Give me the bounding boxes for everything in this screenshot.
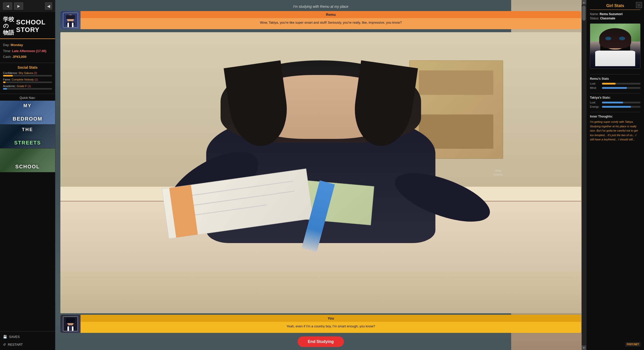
- remu-lust-bar: [602, 83, 616, 85]
- name-label: Name:: [590, 12, 599, 16]
- takiya-energy-row: Energy:: [590, 105, 640, 108]
- fame-num: (1): [34, 78, 38, 81]
- time-label: Time:: [3, 49, 11, 53]
- academic-label: Academic:: [3, 85, 16, 88]
- confidence-value: Shy Sakura: [19, 71, 33, 74]
- remu-mind-label: Mind:: [590, 86, 600, 89]
- you-dialog-box: You Yeah, even if I'm a country boy, I'm…: [60, 315, 581, 333]
- study-scene: IPPA 020001: [60, 32, 581, 313]
- fame-value: Complete Nobody: [12, 78, 34, 81]
- fame-stat: Fame: Complete Nobody (1): [3, 78, 52, 83]
- bedroom-nav-line1: MY: [0, 103, 55, 108]
- day-value: Monday: [11, 43, 23, 47]
- divider-2: [590, 93, 640, 93]
- bedroom-nav-line2: BEDROOM: [0, 116, 55, 122]
- time-value: Late Afternoon (17.00): [12, 49, 47, 53]
- nav-arrows-bar: ◀ ▶ ◀: [0, 0, 55, 12]
- center-study-image: IPPA 020001: [60, 32, 581, 313]
- end-studying-button[interactable]: End Studying: [298, 336, 344, 347]
- inner-thoughts-text: I'm getting super comfy with Takiya. Stu…: [590, 120, 640, 142]
- cash-value: JP¥3,000: [13, 55, 27, 59]
- scroll-down-button[interactable]: ▼: [582, 345, 586, 350]
- academic-num: (1): [28, 85, 31, 88]
- inner-thoughts-title: Inner Thoughts:: [590, 115, 640, 118]
- girl-stats-title: Girl Stats: [590, 4, 640, 10]
- takiya-lust-bar: [602, 102, 623, 103]
- restart-button[interactable]: ↺ RESTART: [3, 342, 52, 347]
- status-label: Status:: [590, 17, 599, 20]
- girl-name-row: Name: Remu Suzumori: [590, 12, 640, 16]
- remu-mind-bar-bg: [602, 87, 640, 89]
- scene-header: I'm studying with Remu at my place: [60, 0, 581, 11]
- confidence-stat: Confidence: Shy Sakura (2): [3, 71, 52, 76]
- window-control-button[interactable]: □: [636, 2, 642, 8]
- remu-avatar-img: [63, 13, 78, 28]
- quick-nav-title: Quick Nav:: [0, 94, 55, 101]
- floor: [60, 271, 581, 313]
- divider-1: [590, 74, 640, 74]
- remu-lust-label: Lust:: [590, 82, 600, 85]
- academic-stat: Academic: Grade F (1): [3, 85, 52, 90]
- remu-speaker-name: Remu: [80, 11, 581, 18]
- player-stats: Day: Monday Time: Late Afternoon (17.00)…: [0, 39, 55, 63]
- nav-location-streets[interactable]: THE STREETS: [0, 125, 55, 148]
- site-badge: FHXY.NET: [590, 337, 640, 346]
- confidence-bar: [3, 75, 13, 76]
- svg-rect-2: [66, 15, 75, 19]
- right-sidebar: □ Girl Stats Name: Remu Suzumori Status:…: [586, 0, 644, 350]
- saves-label: SAVES: [9, 335, 20, 339]
- watermark: IPPA 020001: [494, 169, 503, 177]
- social-stats-title: Social Stats: [3, 65, 52, 69]
- academic-value: Grade F: [17, 85, 27, 88]
- you-dialog-text: Yeah, even if I'm a country boy, I'm sma…: [80, 322, 581, 331]
- scroll-up-button[interactable]: ▲: [582, 0, 586, 5]
- girl-portrait: [590, 23, 640, 69]
- restart-label: RESTART: [8, 343, 23, 346]
- divider-3: [590, 112, 640, 112]
- takiya-lust-row: Lust:: [590, 101, 640, 104]
- saves-icon: 💾: [3, 335, 7, 339]
- takiya-energy-label: Energy:: [590, 105, 600, 108]
- day-label: Day:: [3, 43, 10, 47]
- fame-label: Fame:: [3, 78, 11, 81]
- nav-location-school[interactable]: SCHOOL: [0, 148, 55, 172]
- main-scrollbar[interactable]: ▲ ▼: [582, 0, 586, 350]
- forward-button[interactable]: ▶: [14, 3, 23, 10]
- portrait-bg: [590, 24, 640, 68]
- restart-icon: ↺: [3, 343, 6, 346]
- academic-bar: [3, 88, 7, 90]
- fame-bar: [3, 82, 6, 83]
- svg-rect-11: [69, 326, 72, 331]
- takiya-energy-bar: [602, 106, 631, 108]
- you-avatar: [60, 315, 80, 333]
- streets-nav-line1: THE: [0, 127, 55, 132]
- svg-rect-8: [66, 318, 75, 323]
- sidebar-bottom: 💾 SAVES ↺ RESTART: [0, 331, 55, 350]
- confidence-label: Confidence:: [3, 71, 18, 74]
- remu-mind-row: Mind:: [590, 86, 640, 89]
- sidebar-collapse-button[interactable]: ◀: [45, 3, 52, 10]
- streets-nav-line2: STREETS: [0, 140, 55, 146]
- remu-lust-bar-bg: [602, 83, 640, 85]
- you-speaker-name: You: [80, 315, 581, 322]
- girl-info: Name: Remu Suzumori Status: Classmate: [590, 12, 640, 21]
- you-avatar-img: [63, 316, 78, 331]
- saves-button[interactable]: 💾 SAVES: [3, 334, 52, 340]
- logo-english: SCHOOL STORY: [16, 19, 46, 34]
- left-sidebar: ◀ ▶ ◀ 学校 の 物語 SCHOOL STORY Day: Monday T…: [0, 0, 55, 350]
- takiya-stats-title: Takiya's Stats:: [590, 96, 640, 99]
- name-value: Remu Suzumori: [600, 12, 623, 16]
- logo-kanji: 学校 の 物語: [3, 16, 14, 36]
- remu-dialog-box: Remu Wow, Takiya, you're like super smar…: [60, 11, 581, 29]
- remu-lust-row: Lust:: [590, 82, 640, 85]
- back-button[interactable]: ◀: [3, 3, 12, 10]
- takiya-energy-bar-bg: [602, 106, 640, 108]
- main-content: ▲ ▼ I'm studying with Remu at my place: [55, 0, 586, 350]
- girl-status-row: Status: Classmate: [590, 17, 640, 20]
- remu-mind-bar: [602, 87, 627, 89]
- nav-location-bedroom[interactable]: MY BEDROOM: [0, 101, 55, 125]
- you-dialog-content: You Yeah, even if I'm a country boy, I'm…: [80, 315, 581, 333]
- scroll-track: [582, 5, 586, 345]
- dialog-area: I'm studying with Remu at my place: [55, 0, 586, 350]
- scroll-thumb: [582, 6, 586, 21]
